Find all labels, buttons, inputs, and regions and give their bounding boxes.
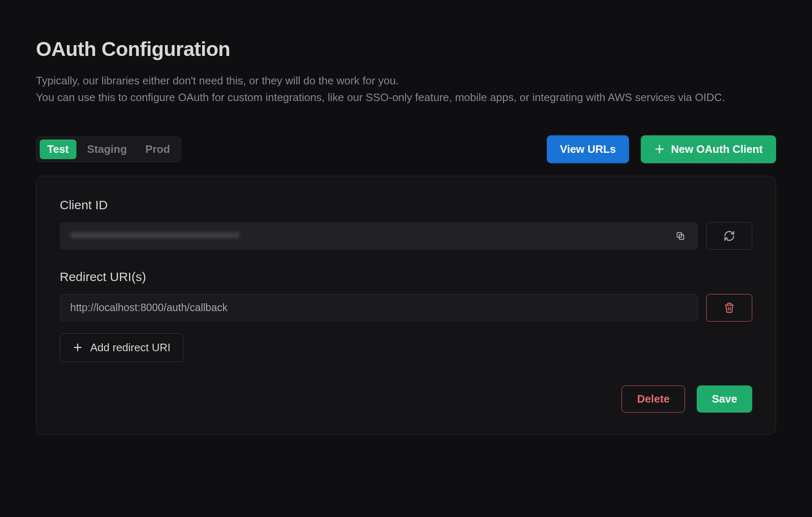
tab-staging[interactable]: Staging xyxy=(80,139,134,159)
tab-test[interactable]: Test xyxy=(40,139,76,159)
new-oauth-client-button[interactable]: New OAuth Client xyxy=(641,135,776,163)
save-button[interactable]: Save xyxy=(697,385,752,413)
refresh-client-id-button[interactable] xyxy=(706,222,752,250)
delete-redirect-uri-button[interactable] xyxy=(706,294,752,322)
footer-actions: Delete Save xyxy=(60,385,752,413)
redirect-uri-input[interactable] xyxy=(60,294,698,322)
client-id-box: •••••••••••••••••••••••••••• xyxy=(60,222,698,250)
redirect-uris-label: Redirect URI(s) xyxy=(60,270,752,284)
oauth-client-card: Client ID •••••••••••••••••••••••••••• xyxy=(36,176,776,435)
page-description-line1: Typically, our libraries either don't ne… xyxy=(36,74,399,87)
client-id-label: Client ID xyxy=(60,198,752,212)
new-oauth-client-label: New OAuth Client xyxy=(671,143,763,156)
refresh-icon xyxy=(723,230,735,242)
page-title: OAuth Configuration xyxy=(36,38,776,61)
tab-prod[interactable]: Prod xyxy=(138,139,178,159)
redirect-uri-row xyxy=(60,294,752,322)
client-id-row: •••••••••••••••••••••••••••• xyxy=(60,222,752,250)
copy-client-id-button[interactable] xyxy=(674,229,687,243)
toolbar: Test Staging Prod View URLs New OAuth Cl… xyxy=(36,135,776,163)
page-description-line2: You can use this to configure OAuth for … xyxy=(36,91,725,104)
copy-icon xyxy=(675,231,685,241)
toolbar-actions: View URLs New OAuth Client xyxy=(547,135,776,163)
delete-button[interactable]: Delete xyxy=(622,385,685,413)
plus-icon xyxy=(654,144,665,155)
env-tabs: Test Staging Prod xyxy=(36,137,181,162)
client-id-value: •••••••••••••••••••••••••••• xyxy=(71,230,240,242)
add-redirect-uri-button[interactable]: Add redirect URI xyxy=(60,333,183,362)
trash-icon xyxy=(724,302,735,313)
view-urls-button[interactable]: View URLs xyxy=(547,135,629,163)
add-redirect-uri-label: Add redirect URI xyxy=(90,341,170,354)
page-description: Typically, our libraries either don't ne… xyxy=(36,72,776,106)
plus-icon xyxy=(73,342,83,352)
